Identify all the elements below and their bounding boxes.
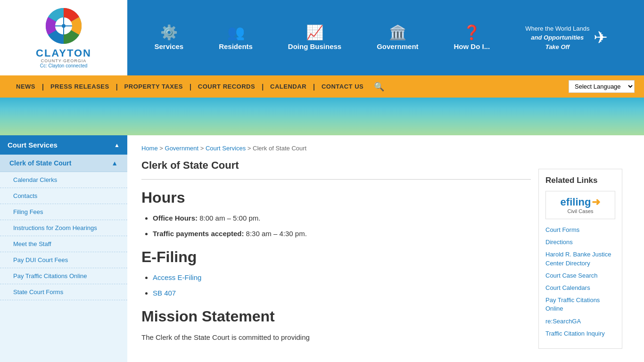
logo-subtitle: COUNTY·GEORGIA	[36, 58, 91, 63]
nav-services[interactable]: ⚙️ Services	[154, 25, 183, 50]
nav-news[interactable]: NEWS	[9, 83, 42, 90]
sidebar-item-contacts[interactable]: Contacts	[0, 188, 127, 204]
main-wrapper: Court Services ▲ Clerk of State Court ▲ …	[0, 135, 644, 362]
related-court-calendars[interactable]: Court Calendars	[545, 284, 615, 292]
breadcrumb-current: Clerk of State Court	[253, 145, 306, 152]
main-nav: ⚙️ Services 👥 Residents 📈 Doing Business…	[127, 0, 644, 75]
mission-text: The Clerk of the State Court is committe…	[141, 332, 531, 343]
doing-business-icon: 📈	[306, 25, 323, 40]
nav-how-do-i[interactable]: ❓ How Do I...	[454, 25, 490, 50]
page-title: Clerk of State Court	[141, 159, 531, 180]
efiling-title: E-Filing	[141, 248, 531, 266]
hours-traffic-label: Traffic payments accepted:	[153, 230, 244, 238]
related-traffic-citation[interactable]: Traffic Citation Inquiry	[545, 329, 615, 338]
sidebar-item-pay-dui[interactable]: Pay DUI Court Fees	[0, 252, 127, 268]
sidebar-subheader-label: Clerk of State Court	[9, 159, 71, 167]
sidebar-item-calendar-clerks[interactable]: Calendar Clerks	[0, 172, 127, 188]
access-efiling-link[interactable]: Access E-Filing	[153, 273, 201, 281]
breadcrumb-sep2: >	[200, 145, 206, 152]
sidebar: Court Services ▲ Clerk of State Court ▲ …	[0, 135, 127, 362]
related-court-case-search[interactable]: Court Case Search	[545, 272, 615, 280]
nav-court-records[interactable]: COURT RECORDS	[191, 83, 262, 90]
breadcrumb: Home > Government > Court Services > Cle…	[141, 145, 630, 152]
hours-office-label: Office Hours:	[153, 214, 198, 222]
efiling-item-sb407: SB 407	[153, 288, 531, 299]
how-do-i-icon: ❓	[463, 25, 480, 40]
nav-press-releases[interactable]: PRESS RELEASES	[44, 83, 116, 90]
efiling-banner[interactable]: efiling ➜ Civil Cases	[545, 191, 615, 219]
language-select[interactable]: Select Language Spanish French	[569, 80, 635, 93]
hero-image	[0, 98, 644, 135]
efiling-civil-cases: Civil Cases	[551, 208, 610, 214]
airplane-icon: ✈	[594, 28, 608, 48]
government-icon: 🏛️	[389, 25, 406, 40]
tagline-line3: Take Off	[545, 43, 570, 50]
nav-calendar[interactable]: CALENDAR	[264, 83, 313, 90]
content-area: Home > Government > Court Services > Cle…	[127, 135, 644, 362]
nav-services-label: Services	[154, 42, 183, 50]
site-header: CLAYTON COUNTY·GEORGIA Cc: Clayton conne…	[0, 0, 644, 75]
related-harold-banke[interactable]: Harold R. Banke Justice Center Directory	[545, 250, 615, 267]
svg-point-4	[62, 24, 66, 28]
sidebar-subheader[interactable]: Clerk of State Court ▲	[0, 155, 127, 172]
nav-property-taxes[interactable]: PROPERTY TAXES	[118, 83, 190, 90]
nav-how-do-i-label: How Do I...	[454, 42, 490, 50]
hours-item-traffic: Traffic payments accepted: 8:30 am – 4:3…	[153, 229, 531, 239]
nav-government-label: Government	[377, 42, 418, 50]
sidebar-item-state-court-forms[interactable]: State Court Forms	[0, 284, 127, 300]
breadcrumb-government[interactable]: Government	[165, 145, 199, 152]
related-pay-traffic[interactable]: Pay Traffic Citations Online	[545, 296, 615, 313]
services-icon: ⚙️	[160, 25, 178, 40]
breadcrumb-sep1: >	[159, 145, 165, 152]
sidebar-header[interactable]: Court Services ▲	[0, 135, 127, 155]
sidebar-sub-arrow: ▲	[111, 159, 118, 167]
breadcrumb-sep3: >	[248, 145, 253, 152]
related-researchga[interactable]: re:SearchGA	[545, 317, 615, 326]
sidebar-collapse-arrow: ▲	[114, 142, 120, 148]
nav-doing-business-label: Doing Business	[288, 42, 341, 50]
sidebar-item-pay-traffic[interactable]: Pay Traffic Citations Online	[0, 268, 127, 284]
nav-doing-business[interactable]: 📈 Doing Business	[288, 25, 341, 50]
tagline-line1: Where the World Lands	[525, 25, 589, 32]
hours-title: Hours	[141, 189, 531, 206]
orange-nav: NEWS | PRESS RELEASES | PROPERTY TAXES |…	[9, 82, 384, 92]
content-cols: Clerk of State Court Hours Office Hours:…	[141, 159, 630, 358]
related-links-box: Related Links efiling ➜ Civil Cases Cour…	[538, 169, 622, 349]
right-col: Related Links efiling ➜ Civil Cases Cour…	[531, 159, 630, 358]
content-main: Clerk of State Court Hours Office Hours:…	[141, 159, 531, 358]
sidebar-item-filing-fees[interactable]: Filing Fees	[0, 204, 127, 220]
hours-traffic-value: 8:30 am – 4:30 pm.	[246, 230, 307, 238]
logo-area: CLAYTON COUNTY·GEORGIA Cc: Clayton conne…	[0, 0, 127, 75]
sidebar-item-meet-staff[interactable]: Meet the Staff	[0, 236, 127, 252]
nav-contact-us[interactable]: CONTACT US	[315, 83, 370, 90]
nav-residents[interactable]: 👥 Residents	[219, 25, 253, 50]
logo-name: CLAYTON	[36, 48, 91, 58]
breadcrumb-court-services[interactable]: Court Services	[206, 145, 246, 152]
hours-list: Office Hours: 8:00 am – 5:00 pm. Traffic…	[141, 213, 531, 239]
orange-bar: NEWS | PRESS RELEASES | PROPERTY TAXES |…	[0, 75, 644, 98]
breadcrumb-home[interactable]: Home	[141, 145, 158, 152]
mission-title: Mission Statement	[141, 308, 531, 325]
related-directions[interactable]: Directions	[545, 238, 615, 247]
tagline-line2: and Opportunities	[531, 34, 584, 41]
sb407-link[interactable]: SB 407	[153, 289, 176, 297]
logo-icon	[45, 7, 83, 45]
sidebar-header-label: Court Services	[8, 141, 58, 149]
tagline-area: Where the World Lands and Opportunities …	[525, 24, 617, 52]
efiling-arrow-icon: ➜	[592, 196, 600, 208]
related-court-forms[interactable]: Court Forms	[545, 226, 615, 234]
efiling-list: Access E-Filing SB 407	[141, 272, 531, 298]
hours-office-value: 8:00 am – 5:00 pm.	[199, 214, 260, 222]
hours-item-office: Office Hours: 8:00 am – 5:00 pm.	[153, 213, 531, 224]
residents-icon: 👥	[227, 25, 245, 40]
related-links-title: Related Links	[545, 176, 615, 185]
nav-government[interactable]: 🏛️ Government	[377, 25, 418, 50]
search-button[interactable]: 🔍	[374, 82, 384, 92]
efiling-item-access: Access E-Filing	[153, 272, 531, 283]
efiling-banner-text: efiling	[561, 196, 591, 208]
nav-residents-label: Residents	[219, 42, 253, 50]
logo-cc: Cc: Clayton connected	[36, 63, 91, 68]
sidebar-item-zoom-hearings[interactable]: Instructions for Zoom Hearings	[0, 220, 127, 236]
